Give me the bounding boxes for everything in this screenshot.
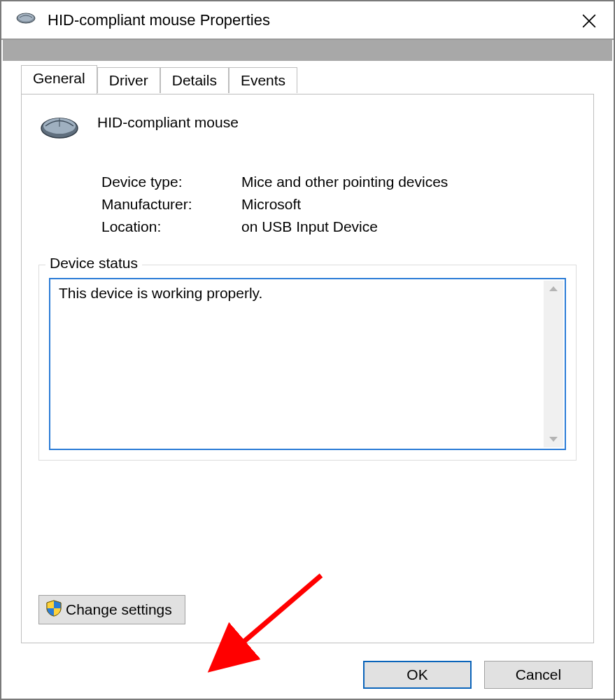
change-settings-label: Change settings [66, 601, 172, 618]
device-status-group: Device status This device is working pro… [38, 265, 577, 461]
substrip [3, 40, 612, 61]
prop-row-device-type: Device type: Mice and other pointing dev… [101, 174, 577, 190]
device-identity: HID-compliant mouse [38, 111, 577, 144]
scrollbar[interactable] [544, 281, 563, 447]
location-label: Location: [101, 218, 241, 235]
tab-driver[interactable]: Driver [97, 67, 160, 93]
prop-row-manufacturer: Manufacturer: Microsoft [101, 196, 577, 213]
manufacturer-label: Manufacturer: [101, 196, 241, 213]
tab-general[interactable]: General [21, 65, 97, 94]
properties-dialog: HID-compliant mouse Properties GeneralDr… [0, 0, 615, 700]
device-status-textbox[interactable]: This device is working properly. [49, 278, 566, 450]
prop-row-location: Location: on USB Input Device [101, 218, 577, 235]
client-area: GeneralDriverDetailsEvents HID-compliant [3, 40, 612, 697]
titlebar: HID-compliant mouse Properties [1, 1, 614, 40]
mouse-icon [38, 111, 80, 144]
tab-details[interactable]: Details [160, 67, 229, 93]
dialog-buttons: OK Cancel [363, 661, 593, 689]
ok-button[interactable]: OK [363, 661, 472, 689]
window-title: HID-compliant mouse Properties [48, 11, 270, 29]
device-name: HID-compliant mouse [97, 114, 239, 131]
device-status-legend: Device status [45, 255, 142, 272]
client-inner: GeneralDriverDetailsEvents HID-compliant [3, 61, 612, 697]
device-status-frame: This device is working properly. [38, 265, 577, 461]
device-type-label: Device type: [101, 174, 241, 190]
tab-events[interactable]: Events [229, 67, 297, 93]
uac-shield-icon [46, 600, 62, 620]
manufacturer-value: Microsoft [241, 196, 301, 213]
cancel-button[interactable]: Cancel [484, 661, 593, 689]
mouse-icon [15, 11, 36, 29]
scroll-up-icon[interactable] [549, 286, 558, 291]
location-value: on USB Input Device [241, 218, 378, 235]
tab-panel-general: HID-compliant mouse Device type: Mice an… [21, 94, 594, 643]
scroll-down-icon[interactable] [549, 437, 558, 442]
close-button[interactable] [565, 1, 614, 40]
svg-point-1 [18, 14, 34, 22]
device-properties: Device type: Mice and other pointing dev… [101, 174, 577, 235]
device-type-value: Mice and other pointing devices [241, 174, 448, 190]
tabstrip: GeneralDriverDetailsEvents [21, 65, 594, 94]
device-status-text: This device is working properly. [50, 279, 565, 307]
change-settings-button[interactable]: Change settings [38, 595, 185, 624]
